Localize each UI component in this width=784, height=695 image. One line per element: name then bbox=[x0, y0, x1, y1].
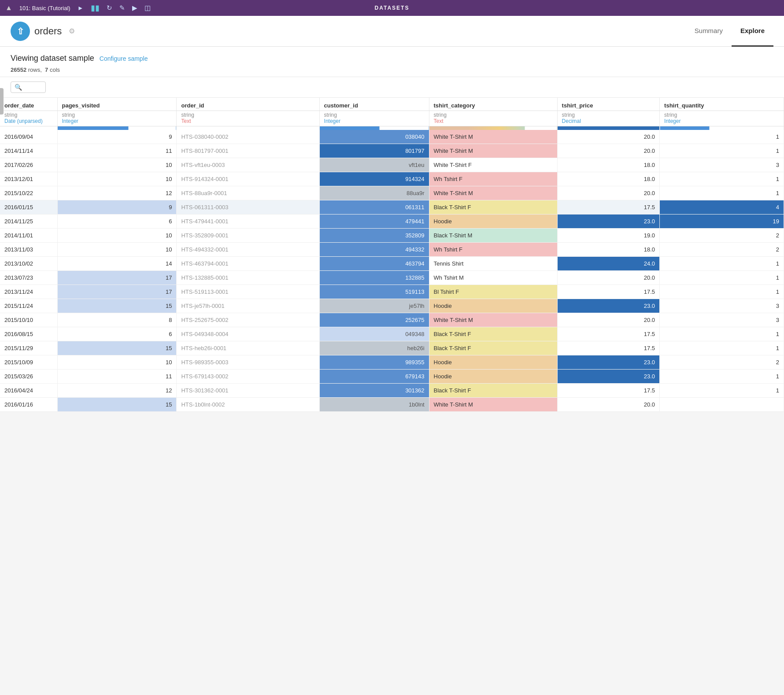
cell-order-date: 2016/04/24 bbox=[0, 383, 57, 397]
subtype-tshirt-quantity[interactable]: Integer bbox=[664, 118, 779, 124]
cell-order-id: HTS-494332-0001 bbox=[177, 242, 319, 256]
cell-tshirt-price: 20.0 bbox=[557, 270, 660, 285]
sidebar-handle[interactable] bbox=[0, 98, 4, 115]
cell-customer-id: 479441 bbox=[319, 214, 429, 228]
cell-pages-visited: 10 bbox=[57, 242, 177, 256]
table-row[interactable]: 2016/09/049HTS-038040-0002038040White T-… bbox=[0, 130, 784, 144]
cell-tshirt-quantity: 1 bbox=[660, 144, 784, 158]
cell-tshirt-price: 19.0 bbox=[557, 228, 660, 242]
cell-order-date: 2013/11/24 bbox=[0, 285, 57, 299]
subtype-order-id[interactable]: Text bbox=[181, 118, 314, 124]
table-body: 2016/09/049HTS-038040-0002038040White T-… bbox=[0, 130, 784, 412]
cell-customer-id: 801797 bbox=[319, 144, 429, 158]
table-row[interactable]: 2014/11/256HTS-479441-0001479441Hoodie23… bbox=[0, 214, 784, 228]
type-tshirt-price: string Decimal bbox=[557, 111, 660, 126]
data-table-container: order_date pages_visited order_id custom… bbox=[0, 98, 784, 412]
header-bar: ⇧ orders ⚙ Summary Explore bbox=[0, 16, 784, 47]
forward-icon[interactable]: ► bbox=[78, 4, 84, 11]
dataset-meta: 26552 rows, 7 cols bbox=[11, 67, 773, 73]
tab-explore[interactable]: Explore bbox=[732, 16, 773, 47]
search-input[interactable] bbox=[22, 84, 44, 91]
edit-icon[interactable]: ✎ bbox=[119, 4, 125, 12]
project-title[interactable]: 101: Basic (Tutorial) bbox=[19, 5, 70, 11]
cell-customer-id: 132885 bbox=[319, 270, 429, 285]
table-row[interactable]: 2013/11/0310HTS-494332-0001494332Wh Tshi… bbox=[0, 242, 784, 256]
cell-tshirt-quantity: 1 bbox=[660, 383, 784, 397]
table-row[interactable]: 2015/11/2415HTS-je57lh-0001je57lhHoodie2… bbox=[0, 299, 784, 313]
cell-customer-id: vft1eu bbox=[319, 158, 429, 172]
cell-customer-id: 679143 bbox=[319, 369, 429, 383]
table-row[interactable]: 2016/08/156HTS-049348-0004049348Black T-… bbox=[0, 327, 784, 341]
table-row[interactable]: 2015/10/2212HTS-88ua9r-000188ua9rWhite T… bbox=[0, 186, 784, 200]
table-row[interactable]: 2016/01/159HTS-061311-0003061311Black T-… bbox=[0, 200, 784, 214]
subtype-customer-id[interactable]: Integer bbox=[324, 118, 425, 124]
table-row[interactable]: 2016/04/2412HTS-301362-0001301362Black T… bbox=[0, 383, 784, 397]
cell-customer-id: je57lh bbox=[319, 299, 429, 313]
cell-customer-id: 519113 bbox=[319, 285, 429, 299]
monitor-icon[interactable]: ◫ bbox=[144, 4, 151, 12]
viewing-label: Viewing dataset sample bbox=[11, 54, 94, 63]
column-color-bar-row bbox=[0, 126, 784, 130]
cell-pages-visited: 11 bbox=[57, 369, 177, 383]
cell-order-date: 2016/09/04 bbox=[0, 130, 57, 144]
cell-tshirt-quantity: 3 bbox=[660, 313, 784, 327]
table-row[interactable]: 2015/10/0910HTS-989355-0003989355Hoodie2… bbox=[0, 355, 784, 369]
table-row[interactable]: 2015/11/2915HTS-heb26i-0001heb26iBlack T… bbox=[0, 341, 784, 355]
cell-customer-id: heb26i bbox=[319, 341, 429, 355]
cell-tshirt-price: 23.0 bbox=[557, 299, 660, 313]
table-row[interactable]: 2015/10/108HTS-252675-0002252675White T-… bbox=[0, 313, 784, 327]
cell-tshirt-price: 23.0 bbox=[557, 369, 660, 383]
settings-icon[interactable]: ⚙ bbox=[69, 27, 75, 35]
cell-pages-visited: 9 bbox=[57, 200, 177, 214]
cell-tshirt-category: White T-Shirt M bbox=[429, 186, 557, 200]
cell-order-date: 2013/12/01 bbox=[0, 172, 57, 186]
cell-tshirt-price: 17.5 bbox=[557, 327, 660, 341]
cell-customer-id: 038040 bbox=[319, 130, 429, 144]
cell-tshirt-category: Hoodie bbox=[429, 299, 557, 313]
cell-tshirt-category: Wh Tshirt F bbox=[429, 172, 557, 186]
cell-order-id: HTS-989355-0003 bbox=[177, 355, 319, 369]
table-row[interactable]: 2015/03/2611HTS-679143-0002679143Hoodie2… bbox=[0, 369, 784, 383]
table-row[interactable]: 2016/01/1615HTS-1b0lnt-00021b0lntWhite T… bbox=[0, 397, 784, 411]
cell-order-date: 2017/02/26 bbox=[0, 158, 57, 172]
dataset-icon-symbol: ⇧ bbox=[17, 26, 24, 37]
subtype-tshirt-category[interactable]: Text bbox=[434, 118, 553, 124]
cell-customer-id: 049348 bbox=[319, 327, 429, 341]
data-table: order_date pages_visited order_id custom… bbox=[0, 98, 784, 412]
cell-pages-visited: 10 bbox=[57, 228, 177, 242]
table-row[interactable]: 2017/02/2610HTS-vft1eu-0003vft1euWhite T… bbox=[0, 158, 784, 172]
cell-tshirt-quantity: 1 bbox=[660, 186, 784, 200]
refresh-icon[interactable]: ↻ bbox=[107, 4, 112, 12]
cell-pages-visited: 14 bbox=[57, 256, 177, 270]
table-row[interactable]: 2014/11/1411HTS-801797-0001801797White T… bbox=[0, 144, 784, 158]
cell-tshirt-category: Hoodie bbox=[429, 369, 557, 383]
cell-tshirt-quantity: 1 bbox=[660, 285, 784, 299]
cell-order-date: 2015/11/29 bbox=[0, 341, 57, 355]
cell-order-date: 2014/11/25 bbox=[0, 214, 57, 228]
play-icon[interactable]: ▶ bbox=[132, 4, 137, 12]
subtype-pages-visited[interactable]: Integer bbox=[62, 118, 172, 124]
dataset-name: orders bbox=[34, 26, 62, 37]
cell-pages-visited: 15 bbox=[57, 341, 177, 355]
table-row[interactable]: 2014/11/0110HTS-352809-0001352809Black T… bbox=[0, 228, 784, 242]
cell-order-date: 2014/11/14 bbox=[0, 144, 57, 158]
cell-order-id: HTS-88ua9r-0001 bbox=[177, 186, 319, 200]
subtype-order-date[interactable]: Date (unparsed) bbox=[4, 118, 53, 124]
cell-order-id: HTS-252675-0002 bbox=[177, 313, 319, 327]
cell-tshirt-quantity: 3 bbox=[660, 299, 784, 313]
db-icon[interactable]: ▮▮ bbox=[91, 3, 100, 13]
cell-tshirt-quantity: 1 bbox=[660, 256, 784, 270]
type-tshirt-quantity: string Integer bbox=[660, 111, 784, 126]
cell-tshirt-price: 17.5 bbox=[557, 285, 660, 299]
table-row[interactable]: 2013/07/2317HTS-132885-0001132885Wh Tshi… bbox=[0, 270, 784, 285]
table-row[interactable]: 2013/12/0110HTS-914324-0001914324Wh Tshi… bbox=[0, 172, 784, 186]
table-row[interactable]: 2013/11/2417HTS-519113-0001519113Bl Tshi… bbox=[0, 285, 784, 299]
subtype-tshirt-price[interactable]: Decimal bbox=[562, 118, 655, 124]
tab-summary[interactable]: Summary bbox=[686, 16, 732, 47]
cell-tshirt-category: White T-Shirt M bbox=[429, 313, 557, 327]
configure-sample-link[interactable]: Configure sample bbox=[100, 55, 148, 62]
cell-tshirt-category: White T-Shirt M bbox=[429, 397, 557, 411]
table-row[interactable]: 2013/10/0214HTS-463794-0001463794Tennis … bbox=[0, 256, 784, 270]
cell-customer-id: 88ua9r bbox=[319, 186, 429, 200]
sub-header: Viewing dataset sample Configure sample … bbox=[0, 47, 784, 77]
